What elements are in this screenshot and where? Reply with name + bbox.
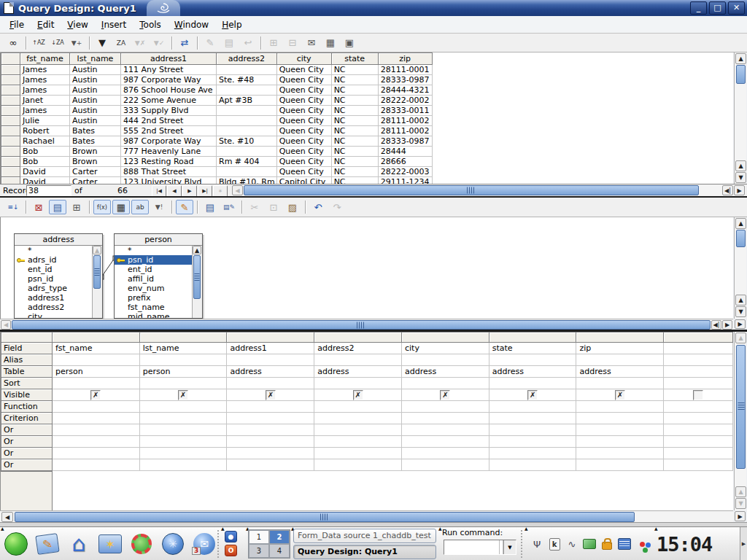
refresh-button[interactable]: ⇄ [176,36,193,50]
query-cell-visible[interactable]: ✗ [489,389,576,401]
query-cell-criterion[interactable] [139,413,227,424]
row-selector[interactable] [1,75,20,85]
vscroll-thumb[interactable] [193,255,201,299]
query-cell-or[interactable] [139,448,227,459]
functions-button[interactable]: f(x) [93,200,111,214]
titlebar[interactable]: Query Design: Query1 _ □ ✕ [0,0,747,16]
query-cell-field[interactable]: address1 [227,343,314,354]
organizer-alarm-tray-icon[interactable] [617,537,632,551]
grid-cell[interactable]: Austin [70,75,121,85]
add-table-button[interactable]: ⊞ [68,200,85,214]
maximize-button[interactable]: □ [709,1,726,15]
row-label-or[interactable]: Or [1,436,53,448]
desktop-3-button[interactable]: 3 [249,544,269,558]
table-name-button[interactable]: ▦ [112,200,130,214]
query-cell-table[interactable]: address [489,366,576,378]
field-row-address1[interactable]: address1 [15,293,102,303]
design-table-person[interactable]: person*psn_ident_idaffil_idenv_numprefix… [114,233,203,319]
klipper-tray-icon[interactable]: k [547,537,562,551]
help-center-button[interactable] [128,531,155,557]
query-cell-table[interactable]: address [576,366,664,378]
grid-cell[interactable]: Queen City [276,116,331,126]
row-selector[interactable] [1,96,20,106]
grid-cell[interactable]: Janet [20,96,70,106]
lock-session-button[interactable]: ● [225,531,237,542]
menu-window[interactable]: Window [168,18,215,31]
grid-cell[interactable]: James [20,85,70,96]
switch-design-view-on-off-button[interactable]: ▤ [49,200,66,214]
grid-cell[interactable] [217,106,277,116]
close-button[interactable]: ✕ [728,1,745,15]
query-cell-function[interactable] [52,401,139,413]
result-grid-vscrollbar[interactable]: ▲ ▲ ▼ [734,52,746,184]
query-cell-visible[interactable]: ✗ [401,389,489,401]
grid-cell[interactable]: NC [331,116,378,126]
query-cell-alias[interactable] [314,354,402,366]
query-cell-or[interactable] [401,424,489,436]
grid-cell[interactable]: David [20,167,70,177]
row-selector[interactable] [1,167,20,177]
query-cell-or[interactable] [314,448,402,459]
query-cell-or[interactable] [401,436,489,448]
desktop-2-button[interactable]: 2 [269,530,290,544]
visible-checkbox[interactable]: ✗ [527,390,538,400]
query-cell-visible[interactable]: ✗ [314,389,402,401]
display-settings-tray-icon[interactable] [582,537,597,551]
sort-descending-button[interactable]: ↓ZA [49,36,66,50]
row-selector[interactable] [1,177,20,184]
query-cell-field[interactable]: city [401,343,489,354]
grid-cell[interactable]: Carter [70,177,121,184]
sort-ascending-button[interactable]: ↑AZ [30,36,47,50]
scroll-up-button[interactable]: ▲ [93,246,101,254]
grid-cell[interactable]: 876 School House Ave [121,85,217,96]
grid-cell[interactable]: 123 University Blvd [121,177,217,184]
grid-cell[interactable]: Queen City [276,65,331,75]
field-row-star[interactable]: * [115,246,202,255]
task-button-1[interactable]: Form_Data source 1_chaddb_test [293,529,436,543]
query-column-header[interactable] [52,332,139,343]
column-header-lst_name[interactable]: lst_name [70,53,121,65]
query-cell-table[interactable] [664,366,733,378]
grid-cell[interactable]: Bldg #10, Rm [217,177,277,184]
query-grid[interactable]: Fieldfst_namelst_nameaddress1address2cit… [0,332,733,510]
query-cell-function[interactable] [401,401,489,413]
grid-cell[interactable]: NC [331,75,378,85]
visible-checkbox[interactable]: ✗ [90,390,101,400]
grid-cell[interactable]: Austin [70,85,121,96]
query-cell-or[interactable] [489,459,576,471]
desktop-4-button[interactable]: 4 [269,544,290,558]
column-header-address1[interactable]: address1 [121,53,217,65]
row-label-sort[interactable]: Sort [1,378,53,389]
row-label-alias[interactable]: Alias [1,354,53,366]
grid-cell[interactable]: NC [331,147,378,157]
query-cell-function[interactable] [576,401,664,413]
row-label-table[interactable]: Table [1,366,53,378]
grid-cell[interactable]: Rachael [20,136,70,147]
grid-cell[interactable]: 987 Corporate Way [121,75,217,85]
query-cell-or[interactable] [401,448,489,459]
query-cell-criterion[interactable] [576,413,664,424]
query-cell-table[interactable]: person [52,366,139,378]
grid-cell[interactable]: NC [331,167,378,177]
column-header-state[interactable]: state [331,53,378,65]
grid-cell[interactable]: Queen City [276,126,331,136]
grid-cell[interactable]: 28666 [378,157,432,167]
data-to-fields-button[interactable]: ▦ [322,36,339,50]
query-cell-or[interactable] [664,424,733,436]
query-cell-sort[interactable] [52,378,139,389]
row-label-field[interactable]: Field [1,343,53,354]
query-cell-visible[interactable]: ✗ [576,389,664,401]
grid-cell[interactable]: Queen City [276,147,331,157]
row-selector[interactable] [1,157,20,167]
grid-cell[interactable] [217,167,277,177]
alias-button[interactable]: ab [131,200,149,214]
query-cell-or[interactable] [576,436,664,448]
column-header-fst_name[interactable]: fst_name [20,53,70,65]
query-cell-or[interactable] [664,459,733,471]
query-cell-table[interactable]: address [401,366,489,378]
applet-handle[interactable]: ▲ [438,526,442,531]
next-page-button[interactable]: ▼ [735,306,746,317]
applet-handle[interactable]: ▲ [654,526,658,531]
save-button[interactable]: ▤ [201,200,219,214]
query-cell-visible[interactable]: ✗ [52,389,139,401]
